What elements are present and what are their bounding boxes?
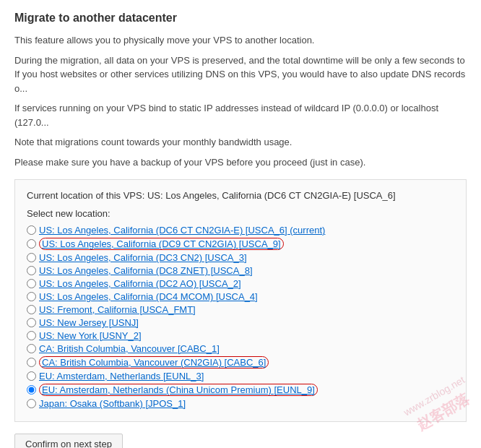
location-label-jpos1[interactable]: Japan: Osaka (Softbank) [JPOS_1]	[39, 398, 186, 409]
location-label-usca3[interactable]: US: Los Angeles, California (DC3 CN2) [U…	[39, 252, 247, 263]
list-item: US: New Jersey [USNJ]	[27, 317, 454, 328]
location-radio-usnj[interactable]	[27, 318, 36, 327]
location-radio-usca3[interactable]	[27, 253, 36, 262]
location-label-uscafmt[interactable]: US: Fremont, California [USCA_FMT]	[39, 304, 196, 315]
location-label-usca8[interactable]: US: Los Angeles, California (DC8 ZNET) […	[39, 265, 253, 276]
list-item: US: Los Angeles, California (DC9 CT CN2G…	[27, 238, 454, 250]
location-label-usca4[interactable]: US: Los Angeles, California (DC4 MCOM) […	[39, 291, 258, 302]
current-location-label: Current location of this VPS: US: Los An…	[27, 190, 396, 201]
desc-2: During the migration, all data on your V…	[14, 53, 467, 96]
confirm-button[interactable]: Confirm on next step	[14, 434, 123, 448]
location-list: US: Los Angeles, California (DC6 CT CN2G…	[27, 225, 454, 409]
circled-highlight: EU: Amsterdam, Netherlands (China Unicom…	[39, 384, 318, 396]
selection-box: Current location of this VPS: US: Los An…	[14, 179, 467, 422]
location-radio-usca2[interactable]	[27, 279, 36, 288]
location-radio-jpos1[interactable]	[27, 399, 36, 408]
location-radio-eunl9[interactable]	[27, 385, 36, 395]
page-title: Migrate to another datacenter	[14, 12, 467, 25]
current-location-text: Current location of this VPS: US: Los An…	[27, 190, 454, 201]
list-item: US: Los Angeles, California (DC6 CT CN2G…	[27, 225, 454, 236]
location-radio-usca8[interactable]	[27, 266, 36, 275]
circled-highlight: CA: British Columbia, Vancouver (CN2GIA)…	[39, 356, 269, 369]
desc-4: Note that migrations count towards your …	[14, 135, 467, 150]
list-item: US: New York [USNY_2]	[27, 330, 454, 341]
list-item: CA: British Columbia, Vancouver [CABC_1]	[27, 343, 454, 354]
location-radio-uscafmt[interactable]	[27, 305, 36, 314]
location-label-eunl9[interactable]: EU: Amsterdam, Netherlands (China Unicom…	[42, 384, 315, 395]
location-radio-usca9[interactable]	[27, 239, 36, 249]
location-label-cabc6[interactable]: CA: British Columbia, Vancouver (CN2GIA)…	[42, 357, 266, 368]
select-new-location-label: Select new location:	[27, 208, 454, 219]
desc-5: Please make sure you have a backup of yo…	[14, 155, 467, 170]
location-label-usnj[interactable]: US: New Jersey [USNJ]	[39, 317, 139, 328]
list-item: EU: Amsterdam, Netherlands (China Unicom…	[27, 384, 454, 396]
location-label-usca9[interactable]: US: Los Angeles, California (DC9 CT CN2G…	[42, 238, 281, 249]
location-label-cabc1[interactable]: CA: British Columbia, Vancouver [CABC_1]	[39, 343, 220, 354]
location-label-usca2[interactable]: US: Los Angeles, California (DC2 AO) [US…	[39, 278, 241, 289]
location-radio-cabc6[interactable]	[27, 358, 36, 367]
list-item: CA: British Columbia, Vancouver (CN2GIA)…	[27, 356, 454, 369]
location-label-eunl3[interactable]: EU: Amsterdam, Netherlands [EUNL_3]	[39, 371, 204, 382]
main-container: Migrate to another datacenter This featu…	[0, 0, 481, 448]
location-radio-usny2[interactable]	[27, 331, 36, 340]
list-item: Japan: Osaka (Softbank) [JPOS_1]	[27, 398, 454, 409]
location-label-usny2[interactable]: US: New York [USNY_2]	[39, 330, 142, 341]
list-item: EU: Amsterdam, Netherlands [EUNL_3]	[27, 371, 454, 382]
list-item: US: Los Angeles, California (DC3 CN2) [U…	[27, 252, 454, 263]
location-radio-eunl3[interactable]	[27, 371, 36, 381]
location-radio-cabc1[interactable]	[27, 344, 36, 353]
location-radio-usca6[interactable]	[27, 225, 36, 235]
desc-1: This feature allows you to physically mo…	[14, 33, 467, 48]
list-item: US: Los Angeles, California (DC2 AO) [US…	[27, 278, 454, 289]
circled-highlight: US: Los Angeles, California (DC9 CT CN2G…	[39, 238, 284, 250]
desc-3: If services running on your VPS bind to …	[14, 101, 467, 129]
list-item: US: Los Angeles, California (DC4 MCOM) […	[27, 291, 454, 302]
list-item: US: Fremont, California [USCA_FMT]	[27, 304, 454, 315]
list-item: US: Los Angeles, California (DC8 ZNET) […	[27, 265, 454, 276]
location-label-usca6[interactable]: US: Los Angeles, California (DC6 CT CN2G…	[39, 225, 325, 236]
location-radio-usca4[interactable]	[27, 292, 36, 301]
